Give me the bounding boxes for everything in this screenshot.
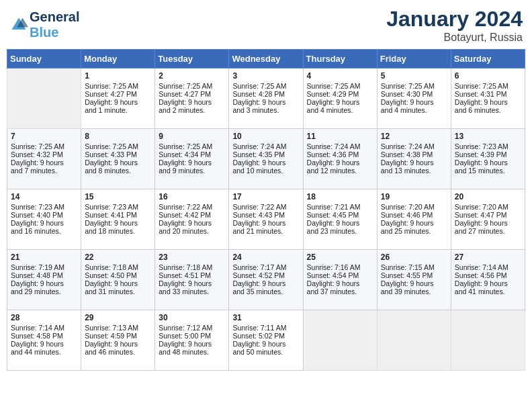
day-number: 9 <box>159 132 225 141</box>
cell-info: Sunrise: 7:24 AMSunset: 4:38 PMDaylight:… <box>381 142 447 175</box>
cell-info: Sunrise: 7:25 AMSunset: 4:30 PMDaylight:… <box>381 82 447 114</box>
calendar-cell: 14Sunrise: 7:23 AMSunset: 4:40 PMDayligh… <box>7 189 81 250</box>
cell-info: Sunrise: 7:24 AMSunset: 4:35 PMDaylight:… <box>232 142 299 175</box>
calendar-cell: 18Sunrise: 7:21 AMSunset: 4:45 PMDayligh… <box>303 189 377 250</box>
day-number: 17 <box>232 192 299 201</box>
logo-icon <box>9 15 28 34</box>
cell-info: Sunrise: 7:11 AMSunset: 5:02 PMDaylight:… <box>232 324 299 356</box>
day-number: 26 <box>381 253 447 262</box>
cell-info: Sunrise: 7:23 AMSunset: 4:41 PMDaylight:… <box>85 203 151 235</box>
cell-info: Sunrise: 7:25 AMSunset: 4:27 PMDaylight:… <box>159 82 225 114</box>
cell-info: Sunrise: 7:23 AMSunset: 4:39 PMDaylight:… <box>455 142 521 175</box>
cell-info: Sunrise: 7:17 AMSunset: 4:52 PMDaylight:… <box>232 263 299 295</box>
calendar-cell: 5Sunrise: 7:25 AMSunset: 4:30 PMDaylight… <box>377 68 451 129</box>
cell-info: Sunrise: 7:20 AMSunset: 4:47 PMDaylight:… <box>455 203 521 235</box>
day-number: 30 <box>159 313 225 322</box>
calendar-cell: 15Sunrise: 7:23 AMSunset: 4:41 PMDayligh… <box>81 189 155 250</box>
day-number: 31 <box>232 313 299 322</box>
page-header: General Blue January 2024 Botayurt, Russ… <box>7 7 525 44</box>
day-number: 2 <box>159 71 225 81</box>
cell-info: Sunrise: 7:21 AMSunset: 4:45 PMDaylight:… <box>307 203 373 235</box>
calendar-cell <box>377 310 451 371</box>
calendar-week-row: 14Sunrise: 7:23 AMSunset: 4:40 PMDayligh… <box>7 189 525 250</box>
cell-info: Sunrise: 7:12 AMSunset: 5:00 PMDaylight:… <box>159 324 225 356</box>
calendar-cell: 28Sunrise: 7:14 AMSunset: 4:58 PMDayligh… <box>7 310 81 371</box>
calendar-cell: 25Sunrise: 7:16 AMSunset: 4:54 PMDayligh… <box>303 250 377 310</box>
cell-info: Sunrise: 7:23 AMSunset: 4:40 PMDaylight:… <box>11 203 77 235</box>
calendar-cell: 30Sunrise: 7:12 AMSunset: 5:00 PMDayligh… <box>155 310 229 371</box>
weekday-header: Tuesday <box>155 50 229 68</box>
title-block: January 2024 Botayurt, Russia <box>386 7 523 44</box>
day-number: 25 <box>307 253 373 262</box>
day-number: 19 <box>381 192 447 201</box>
weekday-header: Thursday <box>303 50 377 68</box>
cell-info: Sunrise: 7:22 AMSunset: 4:43 PMDaylight:… <box>232 203 299 235</box>
day-number: 14 <box>11 192 77 201</box>
calendar-cell: 17Sunrise: 7:22 AMSunset: 4:43 PMDayligh… <box>229 189 303 250</box>
calendar-cell: 23Sunrise: 7:18 AMSunset: 4:51 PMDayligh… <box>155 250 229 310</box>
cell-info: Sunrise: 7:13 AMSunset: 4:59 PMDaylight:… <box>85 324 151 356</box>
weekday-header: Saturday <box>451 50 525 68</box>
calendar-cell <box>7 68 81 129</box>
day-number: 4 <box>307 71 373 81</box>
location: Botayurt, Russia <box>386 32 523 44</box>
logo-text: General Blue <box>30 9 79 40</box>
calendar-cell: 6Sunrise: 7:25 AMSunset: 4:31 PMDaylight… <box>451 68 525 129</box>
calendar-cell: 20Sunrise: 7:20 AMSunset: 4:47 PMDayligh… <box>451 189 525 250</box>
day-number: 21 <box>11 253 77 262</box>
calendar-cell: 11Sunrise: 7:24 AMSunset: 4:36 PMDayligh… <box>303 129 377 189</box>
calendar-cell: 21Sunrise: 7:19 AMSunset: 4:48 PMDayligh… <box>7 250 81 310</box>
calendar-cell: 3Sunrise: 7:25 AMSunset: 4:28 PMDaylight… <box>229 68 303 129</box>
logo: General Blue <box>9 9 79 40</box>
cell-info: Sunrise: 7:15 AMSunset: 4:55 PMDaylight:… <box>381 263 447 295</box>
cell-info: Sunrise: 7:25 AMSunset: 4:31 PMDaylight:… <box>455 82 521 114</box>
calendar-cell: 19Sunrise: 7:20 AMSunset: 4:46 PMDayligh… <box>377 189 451 250</box>
calendar-cell: 22Sunrise: 7:18 AMSunset: 4:50 PMDayligh… <box>81 250 155 310</box>
weekday-header-row: SundayMondayTuesdayWednesdayThursdayFrid… <box>7 50 525 68</box>
weekday-header: Sunday <box>7 50 81 68</box>
day-number: 27 <box>455 253 521 262</box>
cell-info: Sunrise: 7:19 AMSunset: 4:48 PMDaylight:… <box>11 263 77 295</box>
month-title: January 2024 <box>386 7 523 32</box>
calendar-week-row: 28Sunrise: 7:14 AMSunset: 4:58 PMDayligh… <box>7 310 525 371</box>
day-number: 24 <box>232 253 299 262</box>
cell-info: Sunrise: 7:25 AMSunset: 4:32 PMDaylight:… <box>11 142 77 175</box>
calendar-cell: 12Sunrise: 7:24 AMSunset: 4:38 PMDayligh… <box>377 129 451 189</box>
calendar-cell: 13Sunrise: 7:23 AMSunset: 4:39 PMDayligh… <box>451 129 525 189</box>
cell-info: Sunrise: 7:18 AMSunset: 4:51 PMDaylight:… <box>159 263 225 295</box>
calendar-cell: 24Sunrise: 7:17 AMSunset: 4:52 PMDayligh… <box>229 250 303 310</box>
calendar-cell: 1Sunrise: 7:25 AMSunset: 4:27 PMDaylight… <box>81 68 155 129</box>
day-number: 3 <box>232 71 299 81</box>
calendar-cell: 7Sunrise: 7:25 AMSunset: 4:32 PMDaylight… <box>7 129 81 189</box>
day-number: 18 <box>307 192 373 201</box>
cell-info: Sunrise: 7:25 AMSunset: 4:27 PMDaylight:… <box>85 82 151 114</box>
cell-info: Sunrise: 7:22 AMSunset: 4:42 PMDaylight:… <box>159 203 225 235</box>
calendar-cell: 4Sunrise: 7:25 AMSunset: 4:29 PMDaylight… <box>303 68 377 129</box>
cell-info: Sunrise: 7:25 AMSunset: 4:34 PMDaylight:… <box>159 142 225 175</box>
calendar-table: SundayMondayTuesdayWednesdayThursdayFrid… <box>7 49 525 371</box>
calendar-cell: 9Sunrise: 7:25 AMSunset: 4:34 PMDaylight… <box>155 129 229 189</box>
day-number: 12 <box>381 132 447 141</box>
calendar-week-row: 1Sunrise: 7:25 AMSunset: 4:27 PMDaylight… <box>7 68 525 129</box>
calendar-cell: 8Sunrise: 7:25 AMSunset: 4:33 PMDaylight… <box>81 129 155 189</box>
day-number: 1 <box>85 71 151 81</box>
calendar-cell: 2Sunrise: 7:25 AMSunset: 4:27 PMDaylight… <box>155 68 229 129</box>
calendar-week-row: 7Sunrise: 7:25 AMSunset: 4:32 PMDaylight… <box>7 129 525 189</box>
calendar-cell: 31Sunrise: 7:11 AMSunset: 5:02 PMDayligh… <box>229 310 303 371</box>
calendar-week-row: 21Sunrise: 7:19 AMSunset: 4:48 PMDayligh… <box>7 250 525 310</box>
day-number: 29 <box>85 313 151 322</box>
cell-info: Sunrise: 7:25 AMSunset: 4:29 PMDaylight:… <box>307 82 373 114</box>
day-number: 23 <box>159 253 225 262</box>
day-number: 5 <box>381 71 447 81</box>
calendar-cell <box>451 310 525 371</box>
day-number: 15 <box>85 192 151 201</box>
day-number: 7 <box>11 132 77 141</box>
cell-info: Sunrise: 7:25 AMSunset: 4:33 PMDaylight:… <box>85 142 151 175</box>
calendar-cell: 16Sunrise: 7:22 AMSunset: 4:42 PMDayligh… <box>155 189 229 250</box>
cell-info: Sunrise: 7:18 AMSunset: 4:50 PMDaylight:… <box>85 263 151 295</box>
cell-info: Sunrise: 7:20 AMSunset: 4:46 PMDaylight:… <box>381 203 447 235</box>
day-number: 6 <box>455 71 521 81</box>
cell-info: Sunrise: 7:24 AMSunset: 4:36 PMDaylight:… <box>307 142 373 175</box>
calendar-cell: 27Sunrise: 7:14 AMSunset: 4:56 PMDayligh… <box>451 250 525 310</box>
weekday-header: Friday <box>377 50 451 68</box>
